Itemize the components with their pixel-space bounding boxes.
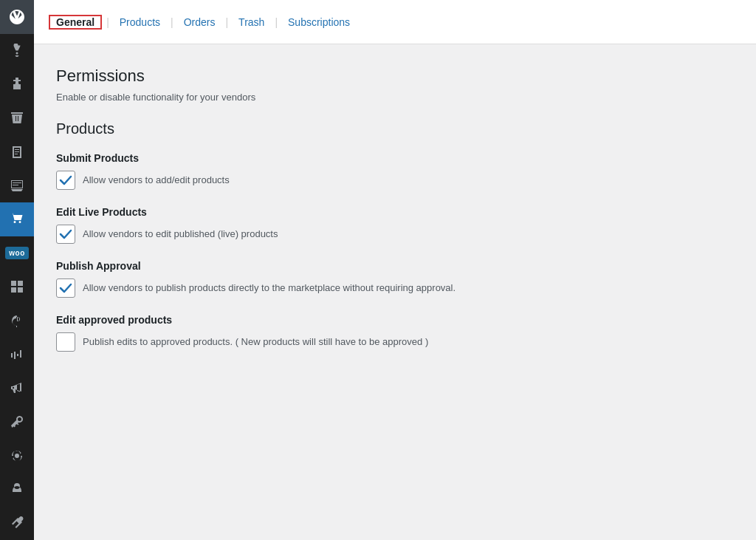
tab-subscriptions[interactable]: Subscriptions [279,0,359,44]
sidebar-item-dashboard[interactable] [0,270,34,304]
permission-edit-live-products: Edit Live Products Allow vendors to edit… [56,206,734,244]
sidebar-item-analytics[interactable] [0,338,34,372]
permissions-subtitle: Enable or disable functionality for your… [56,92,734,103]
sidebar-item-megaphone[interactable] [0,372,34,406]
sidebar-item-products[interactable] [0,101,34,135]
top-nav: General | Products | Orders | Trash | Su… [34,0,756,44]
sidebar: woo [0,0,34,540]
permission-publish-approval: Publish Approval Allow vendors to publis… [56,260,734,298]
wordpress-logo[interactable] [0,0,34,34]
edit-live-products-checkbox[interactable] [56,225,75,244]
sidebar-item-plugins[interactable] [0,67,34,101]
edit-approved-products-checkbox[interactable] [56,332,75,352]
edit-approved-products-desc: Publish edits to approved products. ( Ne… [83,332,428,350]
sidebar-item-tools[interactable] [0,405,34,439]
nav-separator-2: | [171,16,173,28]
submit-products-checkbox[interactable] [56,171,75,190]
publish-approval-row: Allow vendors to publish products direct… [56,278,734,298]
svg-rect-0 [11,281,16,286]
submit-products-desc: Allow vendors to add/edit products [83,170,230,188]
permissions-title: Permissions [56,66,734,86]
publish-approval-desc: Allow vendors to publish products direct… [83,278,456,296]
submit-products-label: Submit Products [56,152,734,164]
content-area: Permissions Enable or disable functional… [34,44,756,540]
sidebar-item-brush[interactable] [0,34,34,68]
sidebar-item-wrench[interactable] [0,506,34,540]
edit-approved-products-row: Publish edits to approved products. ( Ne… [56,332,734,352]
edit-approved-products-label: Edit approved products [56,314,734,326]
nav-separator-4: | [275,16,278,28]
permission-submit-products: Submit Products Allow vendors to add/edi… [56,152,734,190]
publish-approval-label: Publish Approval [56,260,734,272]
sidebar-item-woo[interactable]: woo [0,236,34,270]
sidebar-item-comments[interactable] [0,168,34,202]
products-section-title: Products [56,120,734,137]
nav-separator-1: | [106,16,109,28]
sidebar-item-settings[interactable] [0,439,34,473]
svg-rect-3 [18,287,23,293]
svg-rect-2 [11,287,16,293]
sidebar-item-dollar[interactable] [0,304,34,338]
sidebar-item-users[interactable] [0,473,34,507]
sidebar-item-pages[interactable] [0,135,34,169]
woo-label: woo [5,247,29,259]
permission-edit-approved-products: Edit approved products Publish edits to … [56,314,734,352]
tab-general[interactable]: General [49,15,102,30]
main-content: General | Products | Orders | Trash | Su… [34,0,756,540]
tab-products[interactable]: Products [111,0,169,44]
submit-products-row: Allow vendors to add/edit products [56,170,734,190]
publish-approval-checkbox[interactable] [56,278,75,298]
edit-live-products-desc: Allow vendors to edit published (live) p… [83,224,278,242]
svg-rect-1 [18,281,23,286]
edit-live-products-label: Edit Live Products [56,206,734,218]
tab-trash[interactable]: Trash [230,0,273,44]
tab-orders[interactable]: Orders [175,0,224,44]
nav-separator-3: | [225,16,228,28]
sidebar-item-cart[interactable] [0,202,34,236]
edit-live-products-row: Allow vendors to edit published (live) p… [56,224,734,244]
